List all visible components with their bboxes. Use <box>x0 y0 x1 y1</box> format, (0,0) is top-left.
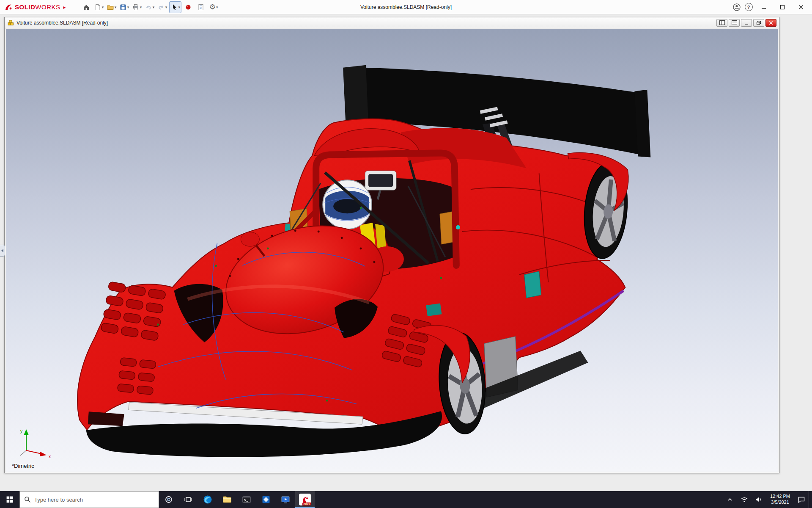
task-view-button[interactable] <box>178 491 198 508</box>
solidworks-brand: SOLIDWORKS ▸ <box>3 3 69 11</box>
account-button[interactable] <box>732 2 742 12</box>
options-button[interactable]: ⚙ ▾ <box>208 1 219 13</box>
options-dropdown-icon[interactable]: ▾ <box>216 5 218 9</box>
search-input[interactable] <box>34 497 154 503</box>
volume-button[interactable] <box>752 491 766 508</box>
doc-restore-button[interactable] <box>753 19 764 27</box>
wifi-icon <box>741 496 748 503</box>
media-app-icon <box>280 494 291 505</box>
show-desktop-button[interactable] <box>809 491 812 508</box>
app-window-title: Voiture assomblee.SLDASM [Read-only] <box>360 4 452 10</box>
dassault-ds-logo-icon <box>4 3 13 11</box>
solidworks-app-icon: 2021 <box>299 494 311 505</box>
app-minimize-button[interactable] <box>755 1 772 14</box>
print-button[interactable]: ▾ <box>131 1 143 13</box>
windows-taskbar: 2021 12:42 PM 3/5/2021 <box>0 491 812 508</box>
chevron-left-icon <box>1 248 4 253</box>
horizontal-pane-icon <box>732 20 737 25</box>
start-button[interactable] <box>0 491 19 508</box>
photos-app-icon <box>261 494 271 505</box>
network-button[interactable] <box>737 491 752 508</box>
document-lines-icon <box>197 3 205 11</box>
notification-icon <box>798 496 805 503</box>
file-explorer-button[interactable] <box>217 491 237 508</box>
select-tool-dropdown-icon[interactable]: ▾ <box>178 5 181 9</box>
doc-close-button[interactable] <box>765 19 776 27</box>
edge-browser-icon <box>203 494 213 505</box>
collapsed-panel-handle[interactable] <box>0 245 5 257</box>
action-center-button[interactable] <box>794 491 809 508</box>
assembly-document-icon <box>7 19 14 26</box>
doc-pane-toggle-1-button[interactable] <box>716 19 727 27</box>
select-tool-button[interactable]: ▾ <box>169 1 182 13</box>
minimize-icon <box>761 5 766 10</box>
open-dropdown-icon[interactable]: ▾ <box>115 5 117 9</box>
photos-app-button[interactable] <box>256 491 276 508</box>
maximize-icon <box>780 5 785 10</box>
brand-expand-icon[interactable]: ▸ <box>63 4 66 10</box>
app-close-button[interactable] <box>793 1 809 14</box>
redo-button[interactable]: ▾ <box>156 1 168 13</box>
home-icon <box>82 3 90 11</box>
redo-dropdown-icon[interactable]: ▾ <box>165 5 167 9</box>
triad-y-label: y <box>20 429 22 433</box>
print-icon <box>132 3 140 11</box>
view-orientation-label: *Dimetric <box>12 463 34 469</box>
doc-minimize-button[interactable] <box>741 19 752 27</box>
new-document-icon <box>94 3 102 11</box>
file-properties-button[interactable] <box>195 1 207 13</box>
red-sphere-icon <box>185 4 192 11</box>
document-titlebar[interactable]: Voiture assomblee.SLDASM [Read-only] <box>5 17 779 28</box>
clock-time: 12:42 PM <box>770 494 790 500</box>
taskbar-clock[interactable]: 12:42 PM 3/5/2021 <box>766 494 794 505</box>
user-account-icon <box>732 3 741 11</box>
system-tray: 12:42 PM 3/5/2021 <box>723 491 812 508</box>
terminal-app-button[interactable] <box>237 491 256 508</box>
help-button[interactable]: ? <box>743 2 754 12</box>
terminal-icon <box>241 494 252 505</box>
rebuild-button[interactable] <box>182 1 194 13</box>
save-button[interactable]: ▾ <box>118 1 130 13</box>
solidworks-app-button[interactable]: 2021 <box>295 491 315 508</box>
new-document-dropdown-icon[interactable]: ▾ <box>102 5 104 9</box>
cortana-icon <box>165 495 173 504</box>
3d-viewport[interactable]: y x *Dimetric <box>6 29 778 472</box>
doc-restore-icon <box>756 21 761 25</box>
close-icon <box>798 5 804 10</box>
undo-button[interactable]: ▾ <box>144 1 156 13</box>
cortana-button[interactable] <box>159 491 178 508</box>
print-dropdown-icon[interactable]: ▾ <box>140 5 142 9</box>
save-floppy-icon <box>119 3 127 11</box>
new-document-button[interactable]: ▾ <box>93 1 105 13</box>
open-folder-icon <box>107 3 114 11</box>
document-window: Voiture assomblee.SLDASM [Read-only] <box>4 17 779 473</box>
doc-minimize-icon <box>744 21 749 25</box>
save-dropdown-icon[interactable]: ▾ <box>127 5 129 9</box>
clock-date: 3/5/2021 <box>770 500 790 505</box>
orientation-triad[interactable]: y x <box>15 426 54 460</box>
car-assembly-model[interactable] <box>6 29 778 472</box>
app-maximize-button[interactable] <box>774 1 791 14</box>
doc-close-icon <box>768 21 774 25</box>
chevron-up-icon <box>727 496 733 503</box>
open-button[interactable]: ▾ <box>106 1 118 13</box>
quick-access-toolbar: ▾ ▾ ▾ ▾ ▾ <box>80 1 220 13</box>
app-titlebar: SOLIDWORKS ▸ ▾ ▾ ▾ <box>0 0 812 14</box>
undo-dropdown-icon[interactable]: ▾ <box>153 5 155 9</box>
undo-arrow-icon <box>145 3 152 11</box>
media-app-button[interactable] <box>276 491 295 508</box>
search-icon <box>24 496 31 503</box>
file-explorer-icon <box>222 494 232 505</box>
taskbar-search[interactable] <box>19 491 159 508</box>
select-arrow-icon <box>170 3 178 11</box>
edge-browser-button[interactable] <box>198 491 217 508</box>
speaker-icon <box>755 496 763 503</box>
home-button[interactable] <box>80 1 92 13</box>
doc-pane-toggle-2-button[interactable] <box>729 19 740 27</box>
tray-expand-button[interactable] <box>723 491 737 508</box>
solidworks-year-badge: 2021 <box>302 502 311 505</box>
redo-arrow-icon <box>157 3 165 11</box>
document-title: Voiture assomblee.SLDASM [Read-only] <box>16 20 108 26</box>
settings-gear-icon: ⚙ <box>209 3 216 11</box>
side-window-teal[interactable] <box>524 271 541 298</box>
